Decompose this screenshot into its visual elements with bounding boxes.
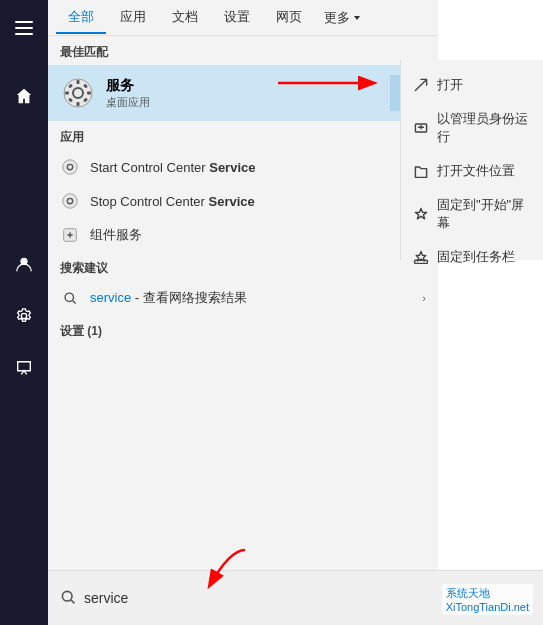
svg-point-18 [63,194,77,208]
tab-apps[interactable]: 应用 [108,2,158,34]
services-gear-icon [60,75,96,111]
apps-section-label: 应用 [48,121,438,150]
app-icon-3 [60,225,80,245]
tab-docs[interactable]: 文档 [160,2,210,34]
file-location-icon [413,163,429,179]
context-pin-taskbar[interactable]: 固定到任务栏 [401,240,543,274]
context-pin-start-label: 固定到"开始"屏幕 [437,196,531,232]
context-open-label: 打开 [437,76,463,94]
app-icon-2 [60,191,80,211]
sidebar-hamburger[interactable] [4,8,44,48]
search-suggestion-chevron: › [422,292,426,304]
svg-rect-2 [15,33,33,35]
svg-rect-1 [15,27,33,29]
context-admin-run[interactable]: 以管理员身份运行 [401,102,543,154]
sidebar [0,0,48,625]
best-match-subtitle: 桌面应用 [106,95,390,110]
pin-taskbar-icon [413,249,429,265]
tab-all[interactable]: 全部 [56,2,106,34]
pin-start-icon [413,206,429,222]
svg-rect-24 [415,260,428,263]
sidebar-user[interactable] [4,244,44,284]
watermark: 系统天地 XiTongTianDi.net [442,584,533,615]
tab-more[interactable]: 更多 [316,3,370,33]
list-item-stop-label: Stop Control Center Service [90,194,422,209]
context-admin-label: 以管理员身份运行 [437,110,531,146]
context-file-location[interactable]: 打开文件位置 [401,154,543,188]
svg-point-25 [62,591,72,601]
sidebar-home[interactable] [4,76,44,116]
search-suggestion-text: service - 查看网络搜索结果 [90,289,422,307]
sidebar-settings[interactable] [4,296,44,336]
search-bar-icon [60,589,76,608]
tab-web[interactable]: 网页 [264,2,314,34]
svg-rect-7 [77,102,80,106]
sidebar-feedback[interactable] [4,348,44,388]
context-pin-start[interactable]: 固定到"开始"屏幕 [401,188,543,240]
app-icon-1 [60,157,80,177]
list-item-component-label: 组件服务 [90,226,422,244]
best-match-text: 服务 桌面应用 [106,77,390,110]
search-suggestion-item[interactable]: service - 查看网络搜索结果 › [48,281,438,315]
svg-line-26 [71,599,75,603]
best-match-label: 最佳匹配 [48,36,438,65]
svg-point-16 [63,160,77,174]
list-item-stop-service[interactable]: Stop Control Center Service › [48,184,438,218]
best-match-item[interactable]: 服务 桌面应用 › [48,65,438,121]
search-panel: 全部 应用 文档 设置 网页 更多 最佳匹配 [48,0,438,570]
best-match-title: 服务 [106,77,390,95]
svg-rect-6 [77,80,80,84]
context-file-label: 打开文件位置 [437,162,515,180]
svg-rect-8 [65,92,69,95]
open-icon [413,77,429,93]
context-pin-taskbar-label: 固定到任务栏 [437,248,515,266]
settings-section-label: 设置 (1) [48,315,438,344]
search-suggestion-icon [60,288,80,308]
svg-rect-9 [87,92,91,95]
list-item-start-service[interactable]: Start Control Center Service › [48,150,438,184]
tab-bar: 全部 应用 文档 设置 网页 更多 [48,0,438,36]
list-item-component-services[interactable]: 组件服务 › [48,218,438,252]
context-open[interactable]: 打开 [401,68,543,102]
svg-line-22 [72,300,75,303]
tab-settings[interactable]: 设置 [212,2,262,34]
svg-point-21 [65,293,73,301]
search-suggestions-label: 搜索建议 [48,252,438,281]
context-panel: 打开 以管理员身份运行 打开文件位置 固定到"开始"屏幕 [400,60,543,260]
svg-rect-0 [15,21,33,23]
admin-run-icon [413,120,429,136]
list-item-start-label: Start Control Center Service [90,160,422,175]
